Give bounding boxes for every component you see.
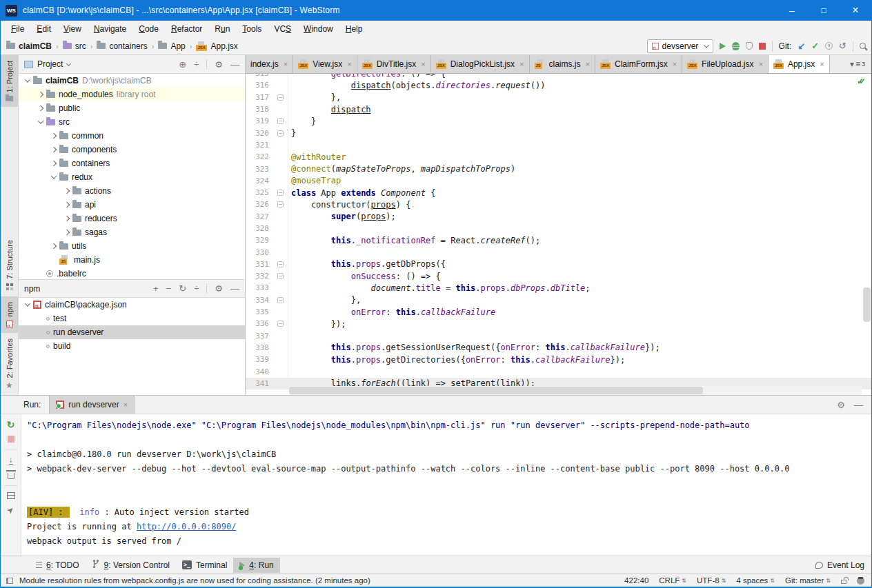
chevron-right-icon[interactable] — [64, 188, 70, 194]
code-line-330[interactable]: 330 — [246, 246, 871, 258]
stop-button[interactable] — [759, 43, 766, 50]
fold-marker-icon[interactable] — [277, 94, 284, 101]
close-icon[interactable]: × — [519, 60, 524, 68]
stop-icon[interactable] — [8, 436, 14, 443]
tool-window-button-2-favorites[interactable]: 2: Favorites★ — [1, 333, 18, 395]
menu-edit[interactable]: Edit — [30, 22, 57, 36]
fold-marker-icon[interactable] — [277, 118, 284, 124]
maximize-button[interactable]: □ — [808, 0, 840, 21]
tool-window-button-npm[interactable]: npm — [1, 296, 18, 332]
code-line-329[interactable]: 329 this._notificationRef = React.create… — [246, 234, 871, 246]
breadcrumb-item-app[interactable]: App — [158, 41, 185, 51]
menu-run[interactable]: Run — [208, 22, 236, 36]
debug-button[interactable] — [732, 42, 740, 50]
tree-item-claimcb[interactable]: claimCB D:\work\js\claimCB — [19, 74, 245, 88]
code-line-315[interactable]: 315 getDirectories: () => { — [246, 74, 871, 79]
git-branch-select[interactable]: Git: master⇅ — [785, 576, 831, 585]
tree-item-sagas[interactable]: sagas — [19, 225, 245, 239]
code-line-336[interactable]: 336 }); — [246, 318, 871, 330]
tree-item-api[interactable]: api — [19, 198, 245, 212]
close-icon[interactable]: × — [820, 60, 824, 68]
code-line-318[interactable]: 318 dispatch — [246, 103, 871, 115]
fold-marker-icon[interactable] — [277, 321, 284, 327]
clear-console-icon[interactable] — [8, 473, 14, 479]
run-button[interactable] — [720, 43, 726, 50]
chevron-right-icon[interactable] — [51, 147, 57, 152]
code-line-320[interactable]: 320} — [246, 127, 871, 139]
close-icon[interactable]: × — [347, 60, 351, 68]
chevron-down-icon[interactable] — [25, 301, 30, 306]
gear-icon[interactable]: ⚙ — [215, 59, 223, 70]
chevron-down-icon[interactable] — [38, 118, 43, 123]
code-line-328[interactable]: 328 — [246, 223, 871, 234]
minus-icon[interactable]: − — [166, 283, 172, 294]
tree-item-claimcb-package-json[interactable]: claimCB\package.json — [19, 298, 245, 312]
hide-icon[interactable]: — — [230, 59, 239, 70]
plus-icon[interactable]: + — [153, 283, 159, 294]
chevron-right-icon[interactable] — [38, 92, 43, 97]
code-line-319[interactable]: 319 } — [246, 115, 871, 127]
breadcrumb-item-containers[interactable]: containers — [97, 41, 147, 51]
hidden-tabs-dropdown[interactable]: ▾≡3 — [844, 55, 871, 73]
close-icon[interactable]: × — [284, 60, 288, 68]
vertical-scrollbar[interactable] — [863, 287, 871, 322]
editor-tab-claims-js[interactable]: claims.js× — [530, 55, 595, 73]
tree-item-run-devserver[interactable]: run devserver — [19, 325, 245, 339]
close-icon[interactable]: × — [586, 60, 590, 68]
console-layout-icon[interactable] — [7, 492, 15, 499]
breadcrumb-item-src[interactable]: src — [63, 41, 86, 51]
inspections-profile-icon[interactable] — [857, 577, 864, 585]
code-line-338[interactable]: 338 this.props.getSessionUserRequest({on… — [246, 342, 871, 354]
chevron-down-icon[interactable] — [25, 77, 30, 82]
indent-select[interactable]: 4 spaces⇅ — [736, 576, 775, 585]
editor-tab-claimform-jsx[interactable]: ClaimForm.jsx× — [595, 55, 682, 73]
code-editor[interactable]: 315 getDirectories: () => {316 dispatch(… — [246, 74, 871, 395]
close-icon[interactable]: × — [673, 60, 677, 68]
history-icon[interactable] — [825, 42, 833, 50]
pin-tab-icon[interactable]: ➤ — [5, 504, 17, 516]
code-line-340[interactable]: 340 — [246, 365, 871, 377]
code-line-325[interactable]: 325class App extends Component { — [246, 187, 871, 199]
event-log-button[interactable]: Event Log — [815, 560, 864, 570]
fold-marker-icon[interactable] — [277, 130, 284, 136]
code-line-324[interactable]: 324@mouseTrap — [246, 175, 871, 187]
menu-view[interactable]: View — [57, 22, 88, 36]
code-line-327[interactable]: 327 super(props); — [246, 211, 871, 223]
caret-position[interactable]: 422:40 — [624, 576, 648, 585]
menu-vcs[interactable]: VCS — [268, 22, 297, 36]
locate-icon[interactable]: ⊕ — [179, 59, 186, 70]
run-configuration-select[interactable]: devserver — [647, 39, 713, 53]
tool-window-button-7-structure[interactable]: 7: Structure — [1, 234, 18, 296]
fold-marker-icon[interactable] — [277, 201, 284, 207]
tree-item-components[interactable]: components — [19, 143, 245, 156]
chevron-right-icon[interactable] — [64, 230, 70, 235]
tree-item-main-js[interactable]: main.js — [19, 253, 245, 267]
refresh-icon[interactable]: ↻ — [179, 283, 186, 294]
collapse-icon[interactable]: ÷ — [194, 59, 199, 70]
code-line-333[interactable]: 333 document.title = this.props.dbProps.… — [246, 282, 871, 294]
gear-icon[interactable]: ⚙ — [215, 283, 223, 294]
code-line-326[interactable]: 326 constructor(props) { — [246, 199, 871, 210]
tree-item-public[interactable]: public — [19, 101, 245, 115]
editor-tab-fileupload-jsx[interactable]: FileUpload.jsx× — [682, 55, 769, 73]
tree-item-reducers[interactable]: reducers — [19, 212, 245, 225]
rollback-icon[interactable]: ↺ — [839, 41, 846, 50]
code-line-317[interactable]: 317 }, — [246, 92, 871, 103]
fold-marker-icon[interactable] — [277, 190, 284, 196]
code-line-334[interactable]: 334 }, — [246, 294, 871, 306]
menu-help[interactable]: Help — [339, 22, 369, 36]
minimize-button[interactable]: – — [776, 0, 808, 21]
chevron-right-icon[interactable] — [51, 133, 57, 139]
menu-navigate[interactable]: Navigate — [88, 22, 132, 36]
run-console-tab[interactable]: run devserver × — [49, 396, 135, 414]
project-panel-title[interactable]: Project — [24, 59, 70, 69]
chevron-right-icon[interactable] — [64, 202, 70, 207]
console-link[interactable]: http://0.0.0.0:8090/ — [137, 522, 237, 531]
chevron-right-icon[interactable] — [64, 216, 70, 221]
encoding-select[interactable]: UTF-8⇅ — [697, 576, 726, 585]
scroll-to-end-icon[interactable]: ↓ — [9, 456, 13, 465]
editor-tab-dialogpicklist-jsx[interactable]: DialogPickList.jsx× — [431, 55, 530, 73]
editor-tab-divtitle-jsx[interactable]: DivTitle.jsx× — [357, 55, 431, 73]
tool-window-button-terminal[interactable]: >_Terminal — [176, 558, 233, 573]
coverage-button[interactable] — [746, 42, 753, 50]
